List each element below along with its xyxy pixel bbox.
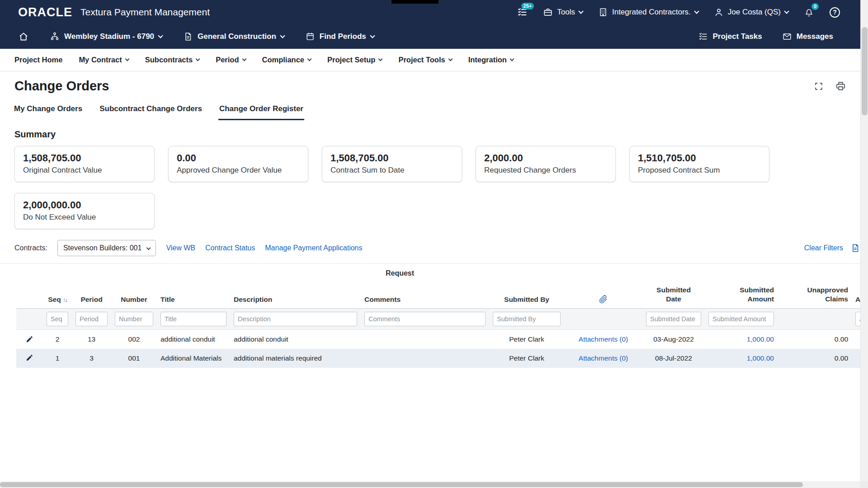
nav-item-project-setup[interactable]: Project Setup bbox=[327, 56, 382, 64]
cell-approved-clipped bbox=[852, 330, 860, 349]
integrated-contractors-menu[interactable]: Integrated Contractors. bbox=[598, 7, 698, 17]
table-row: 1 3 001 Additional Materials additional … bbox=[16, 349, 860, 368]
nav-item-compliance[interactable]: Compliance bbox=[262, 56, 311, 64]
scrollbar-corner bbox=[860, 481, 868, 488]
card-value: 0.00 bbox=[177, 152, 300, 164]
cell-number: 001 bbox=[111, 349, 157, 368]
col-seq: Seq↑↓ bbox=[43, 283, 72, 309]
nav-label: My Contract bbox=[79, 56, 122, 64]
col-number: Number bbox=[111, 283, 157, 309]
cell-description: additional materials required bbox=[230, 349, 361, 368]
project-tasks-button[interactable]: Project Tasks bbox=[698, 32, 762, 42]
col-description: Description bbox=[230, 283, 361, 309]
tab-subcontract-change-orders[interactable]: Subcontract Change Orders bbox=[99, 100, 203, 120]
seq-filter-input[interactable] bbox=[47, 312, 68, 326]
chevron-down-icon bbox=[125, 57, 129, 61]
card-label: Approved Change Order Value bbox=[177, 166, 300, 175]
attachments-link[interactable]: Attachments (0) bbox=[579, 335, 628, 343]
card-label: Proposed Contract Sum bbox=[638, 166, 761, 175]
oracle-logo: ORACLE bbox=[18, 5, 72, 19]
help-button[interactable]: ? bbox=[830, 7, 840, 18]
chevron-down-icon bbox=[370, 33, 375, 38]
calendar-icon bbox=[305, 32, 315, 42]
find-periods-selector[interactable]: Find Periods bbox=[305, 32, 374, 42]
chevron-down-icon bbox=[146, 245, 151, 250]
nav-label: Project Home bbox=[14, 56, 62, 64]
period-filter-input[interactable] bbox=[75, 312, 108, 326]
attachments-link[interactable]: Attachments (0) bbox=[579, 354, 628, 362]
project-selector[interactable]: Wembley Stadium - 6790 bbox=[50, 32, 162, 42]
vertical-scrollbar-thumb[interactable] bbox=[862, 27, 868, 115]
submitted-amount-link[interactable]: 1,000.00 bbox=[747, 335, 774, 343]
clear-filters-link[interactable]: Clear Filters bbox=[804, 244, 843, 252]
summary-cards: 1,508,705.00 Original Contract Value 0.0… bbox=[0, 146, 796, 229]
sort-toggle[interactable]: ↑↓ bbox=[63, 296, 67, 303]
cell-submitted-date: 08-Jul-2022 bbox=[642, 349, 705, 368]
user-label: Joe Costa (QS) bbox=[728, 8, 781, 17]
nav-label: Project Setup bbox=[327, 56, 375, 64]
home-icon bbox=[18, 31, 29, 42]
submitted-by-filter-input[interactable] bbox=[493, 312, 561, 326]
nav-item-my-contract[interactable]: My Contract bbox=[79, 56, 128, 64]
col-approved-clipped: A bbox=[852, 283, 860, 309]
number-filter-input[interactable] bbox=[115, 312, 153, 326]
title-filter-input[interactable] bbox=[160, 312, 226, 326]
card-label: Contract Sum to Date bbox=[330, 166, 453, 175]
submitted-amount-filter-input[interactable] bbox=[708, 312, 774, 326]
summary-heading: Summary bbox=[14, 129, 846, 140]
card-label: Original Contract Value bbox=[23, 166, 146, 175]
cell-title: Additional Materials bbox=[157, 349, 230, 368]
filter-cell-empty bbox=[16, 309, 43, 330]
fullscreen-icon bbox=[814, 81, 824, 91]
nav-item-integration[interactable]: Integration bbox=[468, 56, 514, 64]
messages-label: Messages bbox=[797, 32, 833, 41]
submitted-amount-link[interactable]: 1,000.00 bbox=[747, 354, 774, 362]
document-icon bbox=[183, 32, 193, 42]
export-button[interactable] bbox=[850, 243, 860, 253]
tasks-button[interactable]: 25+ bbox=[517, 7, 528, 18]
card-label: Do Not Exceed Value bbox=[23, 213, 146, 222]
cell-submitted-by: Peter Clark bbox=[489, 349, 564, 368]
messages-button[interactable]: Messages bbox=[782, 32, 833, 42]
nav-item-subcontracts[interactable]: Subcontracts bbox=[145, 56, 199, 64]
tab-my-change-orders[interactable]: My Change Orders bbox=[13, 100, 83, 120]
view-wb-link[interactable]: View WB bbox=[166, 244, 195, 252]
cell-number: 002 bbox=[111, 330, 157, 349]
description-filter-input[interactable] bbox=[234, 312, 357, 326]
building-icon bbox=[598, 7, 608, 17]
nav-label: Subcontracts bbox=[145, 56, 193, 64]
edit-row-button[interactable] bbox=[25, 334, 34, 344]
approved-filter-input-clipped[interactable] bbox=[855, 312, 860, 326]
submitted-date-filter-input[interactable] bbox=[646, 312, 701, 326]
user-menu[interactable]: Joe Costa (QS) bbox=[714, 7, 788, 17]
tools-menu[interactable]: Tools bbox=[543, 7, 583, 17]
notifications-button[interactable]: 0 bbox=[804, 7, 814, 18]
card-value: 1,510,705.00 bbox=[638, 152, 761, 164]
contract-status-link[interactable]: Contract Status bbox=[205, 244, 255, 252]
context-bar: Wembley Stadium - 6790 General Construct… bbox=[0, 24, 860, 49]
card-label: Requested Change Orders bbox=[484, 166, 607, 175]
nav-item-project-tools[interactable]: Project Tools bbox=[398, 56, 452, 64]
summary-card-proposed-contract-sum: 1,510,705.00 Proposed Contract Sum bbox=[629, 146, 769, 182]
cell-description: additional conduit bbox=[230, 330, 361, 349]
home-button[interactable] bbox=[18, 31, 29, 42]
project-selector-label: Wembley Stadium - 6790 bbox=[64, 32, 154, 41]
fullscreen-button[interactable] bbox=[814, 81, 824, 91]
edit-row-button[interactable] bbox=[25, 353, 34, 362]
col-unapproved-claims: Unapproved Claims bbox=[778, 283, 852, 309]
scope-selector[interactable]: General Construction bbox=[183, 32, 284, 42]
nav-item-project-home[interactable]: Project Home bbox=[14, 56, 62, 64]
tab-change-order-register[interactable]: Change Order Register bbox=[218, 100, 304, 120]
comments-filter-input[interactable] bbox=[364, 312, 486, 326]
horizontal-scrollbar-thumb[interactable] bbox=[0, 482, 803, 487]
hierarchy-icon bbox=[50, 32, 60, 42]
tab-bar: My Change Orders Subcontract Change Orde… bbox=[0, 98, 860, 120]
contracts-select[interactable]: Stevenson Builders: 001 bbox=[57, 240, 156, 256]
chevron-down-icon bbox=[784, 9, 789, 14]
print-button[interactable] bbox=[835, 81, 846, 91]
chevron-down-icon bbox=[378, 57, 383, 61]
scope-selector-label: General Construction bbox=[198, 32, 276, 41]
col-submitted-amount: Submitted Amount bbox=[705, 283, 778, 309]
manage-payment-applications-link[interactable]: Manage Payment Applications bbox=[265, 244, 362, 252]
nav-item-period[interactable]: Period bbox=[216, 56, 245, 64]
